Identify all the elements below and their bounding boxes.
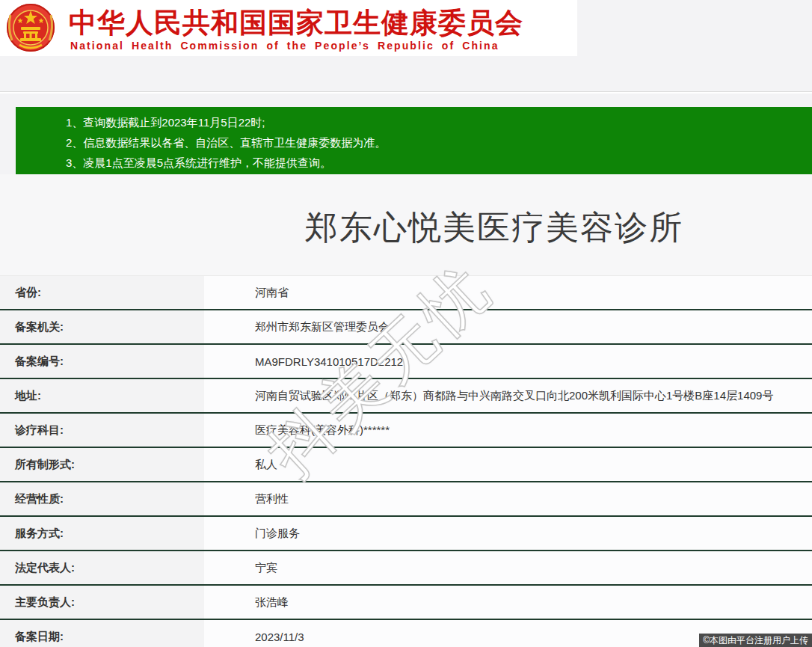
field-value: 张浩峰 (204, 586, 812, 619)
field-value: 郑州市郑东新区管理委员会 (204, 310, 812, 343)
field-value: MA9FDRLY341010517D2212 (204, 345, 812, 378)
prc-national-emblem-icon (6, 0, 55, 58)
field-value: 宁宾 (204, 551, 812, 584)
field-value: 营利性 (204, 482, 812, 515)
field-label: 服务方式: (0, 517, 204, 550)
table-row-province: 省份: 河南省 (0, 276, 812, 310)
field-value: 私人 (204, 448, 812, 481)
table-row-service-mode: 服务方式: 门诊服务 (0, 517, 812, 551)
site-title-en: National Health Commission of the People… (70, 40, 499, 52)
table-row-ownership-form: 所有制形式: 私人 (0, 448, 812, 482)
field-label: 主要负责人: (0, 586, 204, 619)
table-row-address: 地址: 河南自贸试验区郑州片区（郑东）商都路与中兴南路交叉口向北200米凯利国际… (0, 379, 812, 414)
field-label: 法定代表人: (0, 551, 204, 584)
table-row-filing-date: 备案日期: 2023/11/3 (0, 620, 812, 647)
field-label: 备案编号: (0, 345, 204, 378)
field-label: 地址: (0, 379, 204, 412)
table-row-main-person-in-charge: 主要负责人: 张浩峰 (0, 586, 812, 620)
table-row-filing-number: 备案编号: MA9FDRLY341010517D2212 (0, 345, 812, 379)
notice-line-1: 1、查询数据截止到2023年11月5日22时; (66, 112, 812, 132)
field-label: 经营性质: (0, 482, 204, 515)
field-value: 医疗美容科(美容外科)****** (204, 414, 812, 447)
record-table: 省份: 河南省 备案机关: 郑州市郑东新区管理委员会 备案编号: MA9FDRL… (0, 275, 812, 647)
page: 中华人民共和国国家卫生健康委员会 National Health Commiss… (0, 0, 812, 647)
image-source-badge: ©本图由平台注册用户上传 (699, 634, 812, 647)
table-row-operating-nature: 经营性质: 营利性 (0, 482, 812, 517)
notice-line-3: 3、凌晨1点至凌晨5点系统进行维护，不能提供查询。 (66, 153, 812, 173)
site-header: 中华人民共和国国家卫生健康委员会 National Health Commiss… (0, 0, 577, 56)
field-label: 省份: (0, 276, 204, 309)
field-label: 诊疗科目: (0, 414, 204, 447)
header-divider (0, 91, 812, 93)
record-content: 郑东心悦美医疗美容诊所 省份: 河南省 备案机关: 郑州市郑东新区管理委员会 备… (0, 174, 812, 647)
institution-name-title: 郑东心悦美医疗美容诊所 (0, 174, 812, 275)
notice-line-2: 2、信息数据结果以各省、自治区、直辖市卫生健康委数据为准。 (66, 132, 812, 153)
table-row-filing-authority: 备案机关: 郑州市郑东新区管理委员会 (0, 310, 812, 345)
field-value: 河南省 (204, 276, 812, 309)
field-label: 备案日期: (0, 620, 204, 647)
field-label: 所有制形式: (0, 448, 204, 481)
field-value: 河南自贸试验区郑州片区（郑东）商都路与中兴南路交叉口向北200米凯利国际中心1号… (204, 379, 812, 412)
site-title-cn: 中华人民共和国国家卫生健康委员会 (69, 4, 523, 42)
table-row-legal-representative: 法定代表人: 宁宾 (0, 551, 812, 586)
notice-box: 1、查询数据截止到2023年11月5日22时; 2、信息数据结果以各省、自治区、… (16, 107, 812, 174)
table-row-treatment-subjects: 诊疗科目: 医疗美容科(美容外科)****** (0, 414, 812, 448)
field-label: 备案机关: (0, 310, 204, 343)
field-value: 门诊服务 (204, 517, 812, 550)
